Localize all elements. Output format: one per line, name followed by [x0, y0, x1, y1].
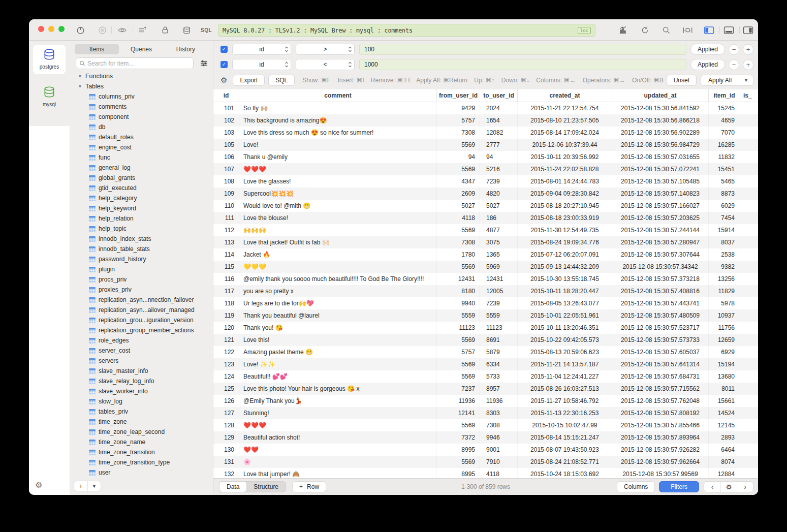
column-header-comment[interactable]: comment — [239, 89, 437, 102]
close-window-button[interactable] — [38, 26, 44, 32]
cell-updated-at[interactable]: 2015-12-08 15:30:57.105485 — [612, 175, 709, 187]
cell-created-at[interactable]: 2015-08-05 13:26:43.077 — [518, 297, 612, 309]
cell-to-user-id[interactable]: 7910 — [480, 456, 518, 468]
cell-to-user-id[interactable]: 8303 — [480, 407, 518, 419]
cell-id[interactable]: 129 — [213, 431, 239, 444]
cell-is[interactable] — [740, 139, 758, 151]
cell-to-user-id[interactable]: 7239 — [480, 297, 518, 309]
cell-item-id[interactable]: 15661 — [709, 395, 740, 407]
table-tree-item[interactable]: replication_asyn...ailover_managed — [70, 305, 213, 315]
table-tree-item[interactable]: user — [70, 467, 213, 478]
cell-is[interactable] — [740, 187, 758, 200]
unset-button[interactable]: Unset — [667, 75, 697, 86]
cell-to-user-id[interactable]: 9001 — [480, 444, 518, 456]
cell-updated-at[interactable]: 2015-12-08 15:30:57.893964 — [612, 431, 709, 444]
cell-created-at[interactable]: 2015-08-01 14:24:44.783 — [518, 175, 612, 187]
cell-comment[interactable]: Thank you beautiful @laurel — [239, 309, 437, 322]
search-input[interactable] — [87, 60, 190, 67]
filter-options-icon[interactable] — [199, 58, 209, 68]
table-tree-item[interactable]: help_relation — [70, 213, 213, 224]
cell-from-user-id[interactable]: 5569 — [437, 358, 480, 370]
table-tree-item[interactable]: replication_group_member_actions — [70, 325, 213, 335]
cell-to-user-id[interactable]: 12431 — [480, 273, 518, 285]
connect-icon[interactable] — [75, 24, 86, 36]
cell-created-at[interactable]: 2015-09-04 09:28:30.842 — [518, 187, 612, 200]
columns-button[interactable]: Columns — [617, 481, 655, 492]
cell-id[interactable]: 131 — [213, 456, 239, 468]
cell-comment[interactable]: ❤️❤️ — [239, 444, 437, 456]
table-row[interactable]: 119 Thank you beautiful @laurel 5559 555… — [213, 309, 758, 322]
connection-postgres[interactable]: postgres — [29, 48, 70, 70]
table-row[interactable]: 111 Love the blouse! 4118 186 2015-08-18… — [213, 212, 758, 224]
cell-to-user-id[interactable]: 3075 — [480, 236, 518, 248]
column-header-from-user-id[interactable]: from_user_id — [437, 89, 480, 102]
item-search-field[interactable] — [76, 57, 194, 69]
cell-comment[interactable]: Beautiful action shot! — [239, 431, 437, 444]
table-row[interactable]: 116 @emily thank you soooo much beautifu… — [213, 273, 758, 285]
cell-id[interactable]: 118 — [213, 297, 239, 309]
cell-comment[interactable]: Love this! — [239, 334, 437, 346]
cell-is[interactable] — [740, 431, 758, 444]
table-tree-item[interactable]: password_history — [70, 254, 213, 264]
cell-id[interactable]: 109 — [213, 187, 239, 200]
cell-id[interactable]: 123 — [213, 358, 239, 370]
table-row[interactable]: 105 Love! 5569 2777 2015-12-06 10:37:39.… — [213, 139, 758, 151]
cell-item-id[interactable]: 12884 — [709, 468, 740, 478]
cell-to-user-id[interactable]: 12005 — [480, 285, 518, 297]
cell-created-at[interactable]: 2015-08-10 21:23:57.505 — [518, 114, 612, 127]
table-row[interactable]: 103 Love this dress so much 😍 so nice fo… — [213, 127, 758, 139]
cell-comment[interactable]: Love! ✨✨ — [239, 358, 437, 370]
page-settings-gear-icon[interactable]: ⚙ — [720, 482, 737, 492]
filter-applied-button[interactable]: Applied — [690, 44, 725, 55]
cell-to-user-id[interactable]: 4877 — [480, 224, 518, 236]
cell-from-user-id[interactable]: 8995 — [437, 444, 480, 456]
filter-enabled-checkbox[interactable]: ✓ — [221, 61, 228, 68]
cell-item-id[interactable]: 6029 — [709, 200, 740, 212]
cell-is[interactable] — [740, 419, 758, 431]
table-row[interactable]: 129 Beautiful action shot! 7372 9946 201… — [213, 431, 758, 444]
toggle-right-panel-icon[interactable] — [742, 24, 753, 36]
tree-section-tables[interactable]: ▼ Tables — [70, 81, 213, 91]
cell-from-user-id[interactable]: 7308 — [437, 127, 480, 139]
cell-is[interactable] — [740, 127, 758, 139]
cell-comment[interactable]: Stunning! — [239, 407, 437, 419]
preview-eye-icon[interactable] — [116, 24, 128, 36]
cell-from-user-id[interactable]: 2609 — [437, 187, 480, 200]
cell-item-id[interactable]: 11829 — [709, 285, 740, 297]
table-row[interactable]: 106 Thank u @emily 94 94 2015-10-11 20:3… — [213, 151, 758, 163]
cell-created-at[interactable]: 2015-12-06 10:37:39.44 — [518, 139, 612, 151]
cell-to-user-id[interactable]: 11936 — [480, 395, 518, 407]
cell-to-user-id[interactable]: 5733 — [480, 370, 518, 383]
cell-created-at[interactable]: 2015-08-18 23:00:33.919 — [518, 212, 612, 224]
cell-created-at[interactable]: 2015-08-14 15:15:21.247 — [518, 431, 612, 444]
cell-from-user-id[interactable]: 9940 — [437, 297, 480, 309]
cell-item-id[interactable]: 4659 — [709, 114, 740, 127]
cell-is[interactable] — [740, 407, 758, 419]
cell-from-user-id[interactable]: 12431 — [437, 273, 480, 285]
cell-is[interactable] — [740, 322, 758, 334]
cell-updated-at[interactable]: 2015-12-08 15:30:57.443741 — [612, 297, 709, 309]
table-tree-item[interactable]: gtid_executed — [70, 183, 213, 193]
tab-queries[interactable]: Queries — [119, 44, 163, 54]
table-tree-item[interactable]: servers — [70, 356, 213, 366]
next-page-button[interactable]: › — [737, 482, 753, 492]
cell-created-at[interactable]: 2015-11-24 22:02:58.828 — [518, 163, 612, 175]
cell-created-at[interactable]: 2015-10-01 22:05:51.961 — [518, 309, 612, 322]
table-tree-item[interactable]: engine_cost — [70, 142, 213, 152]
tab-items[interactable]: Items — [75, 44, 119, 54]
cell-item-id[interactable]: 2893 — [709, 431, 740, 444]
cell-updated-at[interactable]: 2015-12-08 15:30:57.408816 — [612, 285, 709, 297]
cell-item-id[interactable]: 13680 — [709, 370, 740, 383]
cell-id[interactable]: 110 — [213, 200, 239, 212]
cell-updated-at[interactable]: 2015-12-08 15:30:57.480509 — [612, 309, 709, 322]
table-tree-item[interactable]: innodb_index_stats — [70, 234, 213, 244]
cell-updated-at[interactable]: 2015-12-08 15:30:57.373218 — [612, 273, 709, 285]
cell-updated-at[interactable]: 2015-12-08 15:30:57.926282 — [612, 444, 709, 456]
cell-to-user-id[interactable]: 5879 — [480, 346, 518, 358]
cell-from-user-id[interactable]: 5569 — [437, 456, 480, 468]
cell-is[interactable] — [740, 285, 758, 297]
cell-id[interactable]: 117 — [213, 285, 239, 297]
cell-to-user-id[interactable]: 12082 — [480, 127, 518, 139]
cell-id[interactable]: 120 — [213, 322, 239, 334]
cell-created-at[interactable]: 2015-10-11 18:28:20.447 — [518, 285, 612, 297]
